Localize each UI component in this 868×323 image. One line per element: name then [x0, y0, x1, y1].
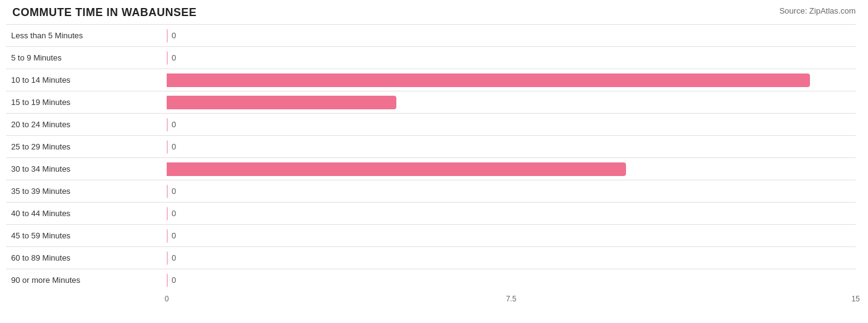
bar-row: 45 to 59 Minutes 0 — [6, 224, 856, 246]
bar-fill — [167, 229, 168, 243]
bar-track: 0 — [167, 247, 856, 269]
bar-label: 30 to 34 Minutes — [6, 164, 167, 174]
bar-track: 0 — [167, 25, 856, 46]
bar-value: 0 — [172, 31, 176, 40]
bar-track: 0 — [167, 114, 856, 135]
bar-row: 60 to 89 Minutes 0 — [6, 246, 856, 269]
bar-row: 5 to 9 Minutes 0 — [6, 46, 856, 69]
bar-value: 10 — [635, 162, 643, 172]
bar-value: 0 — [172, 231, 176, 240]
chart-header: COMMUTE TIME IN WABAUNSEE Source: ZipAtl… — [6, 6, 856, 19]
bar-value: 14 — [818, 73, 827, 83]
bars-area: Less than 5 Minutes 0 5 to 9 Minutes 0 1… — [6, 24, 856, 279]
x-tick-15: 15 — [851, 295, 859, 303]
bar-label: 35 to 39 Minutes — [6, 187, 167, 196]
bar-label: 90 or more Minutes — [6, 275, 167, 285]
bar-track: 0 — [167, 47, 856, 69]
bar-value: 0 — [172, 120, 176, 129]
bar-row: Less than 5 Minutes 0 — [6, 24, 856, 46]
bar-label: 10 to 14 Minutes — [6, 75, 167, 85]
bar-track: 0 — [167, 269, 856, 291]
bar-value: 0 — [172, 253, 176, 262]
bar-row: 10 to 14 Minutes 14 — [6, 69, 856, 91]
bar-row: 30 to 34 Minutes 10 — [6, 157, 856, 180]
bar-row: 90 or more Minutes 0 — [6, 269, 856, 291]
bar-value: 0 — [172, 187, 176, 196]
bar-label: 20 to 24 Minutes — [6, 120, 167, 129]
bar-label: 15 to 19 Minutes — [6, 98, 167, 107]
bar-row: 20 to 24 Minutes 0 — [6, 113, 856, 135]
x-axis: 0 7.5 15 — [167, 291, 856, 306]
bar-track: 0 — [167, 225, 856, 246]
bar-fill — [167, 118, 168, 132]
x-tick-0: 0 — [165, 295, 169, 303]
bar-row: 15 to 19 Minutes 5 — [6, 91, 856, 113]
bar-fill — [167, 51, 168, 65]
bar-row: 25 to 29 Minutes 0 — [6, 135, 856, 157]
bar-value: 5 — [409, 96, 414, 105]
bar-fill: 5 — [167, 96, 396, 109]
bar-track: 5 — [167, 91, 856, 113]
bar-row: 35 to 39 Minutes 0 — [6, 180, 856, 202]
bar-value: 0 — [172, 53, 176, 62]
bar-label: 25 to 29 Minutes — [6, 142, 167, 151]
bar-label: 45 to 59 Minutes — [6, 231, 167, 240]
bar-track: 14 — [167, 69, 856, 91]
chart-container: COMMUTE TIME IN WABAUNSEE Source: ZipAtl… — [0, 0, 868, 323]
bar-track: 0 — [167, 136, 856, 157]
bar-value: 0 — [172, 209, 176, 218]
bar-track: 0 — [167, 180, 856, 202]
bar-fill — [167, 251, 168, 265]
bar-track: 0 — [167, 203, 856, 224]
bar-label: 40 to 44 Minutes — [6, 209, 167, 218]
bar-fill — [167, 29, 168, 43]
bar-value: 0 — [172, 142, 176, 151]
bar-fill — [167, 207, 168, 220]
bar-fill: 14 — [167, 73, 810, 87]
bar-track: 10 — [167, 158, 856, 180]
x-tick-75: 7.5 — [506, 295, 517, 303]
bar-label: 5 to 9 Minutes — [6, 53, 167, 62]
chart-source: Source: ZipAtlas.com — [779, 6, 856, 15]
bar-label: 60 to 89 Minutes — [6, 253, 167, 262]
bar-value: 0 — [172, 275, 176, 285]
bar-row: 40 to 44 Minutes 0 — [6, 202, 856, 224]
bar-fill: 10 — [167, 162, 626, 176]
bar-fill — [167, 185, 168, 198]
bar-fill — [167, 274, 168, 287]
bar-fill — [167, 140, 168, 154]
bar-label: Less than 5 Minutes — [6, 31, 167, 40]
chart-title: COMMUTE TIME IN WABAUNSEE — [12, 6, 197, 19]
